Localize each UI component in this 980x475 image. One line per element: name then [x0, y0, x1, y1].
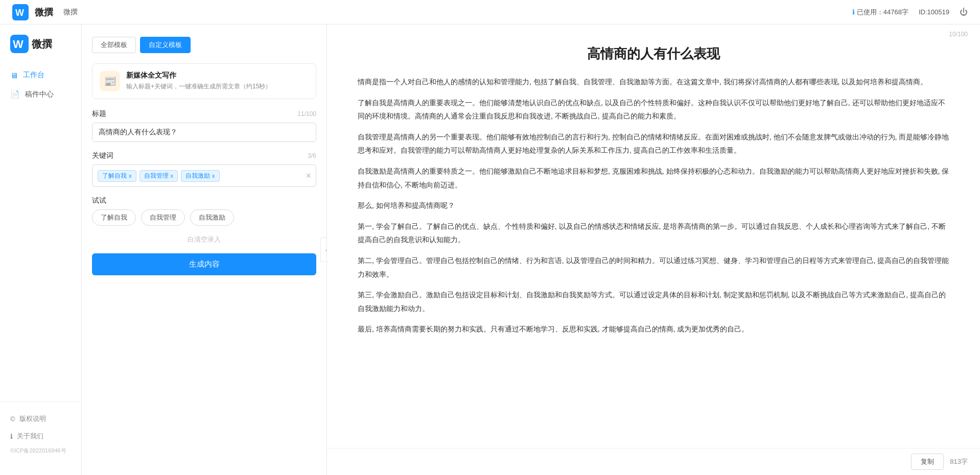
keyword-tag-2[interactable]: 自我管理 x: [139, 170, 178, 182]
main-layout: W 微撰 🖥 工作台 📄 稿件中心 © 版权说明 ℹ 关于我们 ©ICP备: [0, 25, 980, 475]
demo-tags: 了解自我 自我管理 自我激励: [92, 209, 316, 226]
template-card[interactable]: 📰 新媒体全文写作 输入标题+关键词，一键准确生成所需文章（约15秒）: [92, 63, 316, 99]
sidebar-nav: 🖥 工作台 📄 稿件中心: [0, 65, 81, 401]
sidebar-item-label-drafts: 稿件中心: [25, 90, 54, 99]
collapse-handle[interactable]: ‹: [320, 238, 327, 262]
template-card-info: 新媒体全文写作 输入标题+关键词，一键准确生成所需文章（约15秒）: [126, 71, 309, 91]
copyright-label: 版权说明: [19, 414, 46, 423]
tab-custom[interactable]: 自定义模板: [140, 37, 191, 53]
clear-prompt[interactable]: 白清空录入: [92, 235, 316, 244]
preview-paragraph: 情商是指一个人对自己和他人的感情的认知和管理能力, 包括了解自我、自我管理、自我…: [358, 75, 949, 89]
preview-body: 情商是指一个人对自己和他人的感情的认知和管理能力, 包括了解自我、自我管理、自我…: [358, 75, 949, 336]
demo-tag-2[interactable]: 自我管理: [141, 209, 185, 226]
header-right: ℹ 已使用：44768字 ID:100519 ⏻: [852, 8, 968, 17]
keywords-clear-icon[interactable]: ✕: [306, 172, 312, 180]
keywords-label: 关键词: [92, 151, 113, 160]
preview-paragraph: 第三, 学会激励自己。激励自己包括设定目标和计划、自我激励和自我奖励等方式。可以…: [358, 288, 949, 315]
preview-paragraph: 最后, 培养高情商需要长期的努力和实践。只有通过不断地学习、反思和实践, 才能够…: [358, 322, 949, 336]
sidebar-footer: © 版权说明 ℹ 关于我们 ©ICP备2022016946号: [0, 401, 81, 465]
copy-button[interactable]: 复制: [911, 454, 944, 470]
keywords-counter: 3/6: [308, 152, 316, 159]
title-label-row: 标题 11/100: [92, 109, 316, 118]
demo-tag-3[interactable]: 自我激励: [190, 209, 234, 226]
usage-text: 已使用：44768字: [857, 8, 908, 17]
keyword-tag-1-remove[interactable]: x: [129, 173, 132, 179]
logo-icon: W: [12, 4, 29, 20]
preview-bottom-bar: 复制 813字: [327, 448, 980, 475]
sidebar-logo-text: 微撰: [32, 37, 52, 51]
keyword-tag-3-text: 自我激励: [185, 172, 210, 180]
demo-tag-1[interactable]: 了解自我: [92, 209, 136, 226]
sidebar-item-label-workspace: 工作台: [23, 70, 44, 80]
template-card-icon: 📰: [100, 71, 120, 91]
icp-text: ©ICP备2022016946号: [0, 445, 81, 457]
header-left: W 微撰 微撰: [12, 4, 78, 20]
svg-text:W: W: [13, 38, 24, 51]
sidebar-logo: W 微撰: [0, 35, 81, 65]
keyword-tag-1-text: 了解自我: [102, 172, 127, 180]
keyword-tag-3-remove[interactable]: x: [212, 173, 215, 179]
preview-paragraph: 自我管理是高情商人的另一个重要表现。他们能够有效地控制自己的言行和行为, 控制自…: [358, 130, 949, 157]
content-area: 全部模板 自定义模板 📰 新媒体全文写作 输入标题+关键词，一键准确生成所需文章…: [82, 25, 980, 475]
header-usage: ℹ 已使用：44768字: [852, 8, 908, 17]
title-input[interactable]: [92, 123, 316, 142]
sidebar-item-copyright[interactable]: © 版权说明: [0, 410, 81, 428]
about-icon: ℹ: [10, 433, 13, 440]
about-label: 关于我们: [17, 432, 43, 441]
demo-section: 试试 了解自我 自我管理 自我激励: [92, 196, 316, 226]
demo-label: 试试: [92, 196, 316, 205]
preview-paragraph: 了解自我是高情商人的重要表现之一。他们能够清楚地认识自己的优点和缺点, 以及自己…: [358, 96, 949, 123]
drafts-icon: 📄: [10, 90, 20, 99]
preview-paragraph: 第二, 学会管理自己。管理自己包括控制自己的情绪、行为和言语, 以及管理自己的时…: [358, 254, 949, 281]
sidebar-item-workspace[interactable]: 🖥 工作台: [0, 65, 81, 85]
header: W 微撰 微撰 ℹ 已使用：44768字 ID:100519 ⏻: [0, 0, 980, 25]
header-id: ID:100519: [919, 8, 949, 16]
header-app-name: 微撰: [63, 8, 78, 17]
title-section: 标题 11/100: [92, 109, 316, 142]
preview-title: 高情商的人有什么表现: [358, 45, 949, 63]
preview-paragraph: 第一, 学会了解自己。了解自己的优点、缺点、个性特质和偏好, 以及自己的情感状态…: [358, 220, 949, 247]
title-counter: 11/100: [297, 110, 316, 117]
generate-button[interactable]: 生成内容: [92, 253, 316, 275]
sidebar-logo-icon: W: [10, 35, 29, 53]
tab-all[interactable]: 全部模板: [92, 37, 136, 53]
header-logo-text: 微撰: [35, 6, 53, 18]
preview-paragraph: 那么, 如何培养和提高情商呢？: [358, 199, 949, 212]
word-count: 813字: [950, 457, 968, 466]
template-icon-symbol: 📰: [104, 75, 116, 87]
keyword-tag-1[interactable]: 了解自我 x: [98, 170, 136, 182]
right-panel: 10/100 高情商的人有什么表现 情商是指一个人对自己和他人的感情的认知和管理…: [327, 25, 980, 475]
svg-text:W: W: [15, 8, 24, 18]
power-icon[interactable]: ⏻: [960, 8, 968, 17]
usage-icon: ℹ: [852, 8, 855, 16]
template-card-desc: 输入标题+关键词，一键准确生成所需文章（约15秒）: [126, 82, 309, 91]
left-panel: 全部模板 自定义模板 📰 新媒体全文写作 输入标题+关键词，一键准确生成所需文章…: [82, 25, 327, 475]
keywords-label-row: 关键词 3/6: [92, 151, 316, 160]
copyright-icon: ©: [10, 415, 15, 423]
sidebar-item-drafts[interactable]: 📄 稿件中心: [0, 85, 81, 104]
sidebar: W 微撰 🖥 工作台 📄 稿件中心 © 版权说明 ℹ 关于我们 ©ICP备: [0, 25, 82, 475]
template-tabs: 全部模板 自定义模板: [92, 37, 316, 53]
keyword-tag-3[interactable]: 自我激励 x: [181, 170, 220, 182]
preview-paragraph: 自我激励是高情商人的重要特质之一。他们能够激励自己不断地追求目标和梦想, 克服困…: [358, 164, 949, 192]
workspace-icon: 🖥: [10, 71, 18, 80]
title-label: 标题: [92, 109, 106, 118]
keyword-tag-2-remove[interactable]: x: [171, 173, 174, 179]
sidebar-item-about[interactable]: ℹ 关于我们: [0, 428, 81, 445]
preview-counter: 10/100: [949, 31, 968, 38]
keywords-section: 关键词 3/6 了解自我 x 自我管理 x 自我激励 x: [92, 151, 316, 187]
template-card-title: 新媒体全文写作: [126, 71, 309, 80]
keywords-box[interactable]: 了解自我 x 自我管理 x 自我激励 x ✕: [92, 164, 316, 187]
keyword-tag-2-text: 自我管理: [144, 172, 169, 180]
